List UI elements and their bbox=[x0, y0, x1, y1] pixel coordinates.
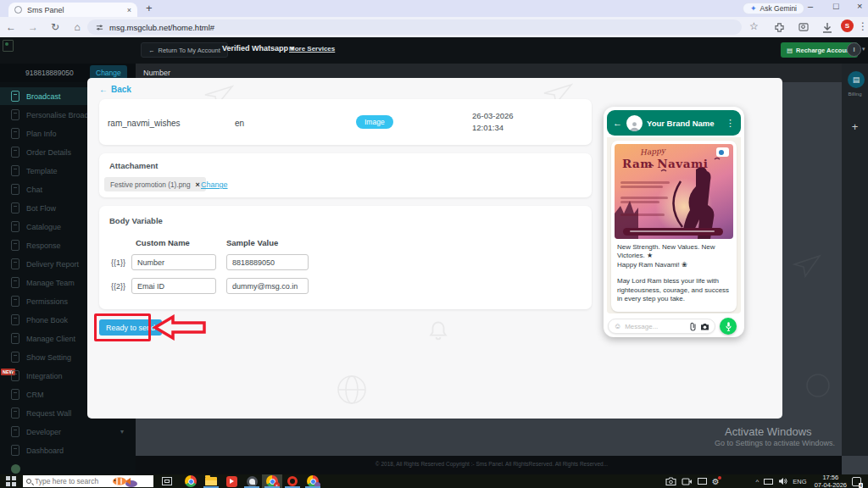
sidebar-item-label: Broadcast bbox=[26, 92, 61, 101]
sidebar-item-label: Response bbox=[26, 241, 61, 250]
volume-icon[interactable] bbox=[778, 477, 787, 485]
clock[interactable]: 17:56 07-04-2026 bbox=[815, 474, 847, 488]
verified-whatsapp-dropdown[interactable]: Verified Whatsapp ▾ bbox=[222, 44, 294, 53]
browser-menu-icon[interactable]: ⋮ bbox=[858, 20, 868, 32]
sidebar-item-developer[interactable]: Developer▾ bbox=[0, 423, 136, 441]
taskbar-file-explorer[interactable] bbox=[201, 474, 221, 488]
sidebar-item-dashboard[interactable]: Dashboard bbox=[0, 441, 136, 459]
tab-close-icon[interactable]: × bbox=[127, 6, 131, 14]
close-button[interactable]: × bbox=[857, 1, 862, 11]
bookmark-star-icon[interactable]: ☆ bbox=[749, 20, 759, 32]
search-icon bbox=[26, 479, 31, 484]
notification-icon[interactable]: 4 bbox=[852, 477, 861, 486]
download-icon[interactable] bbox=[822, 22, 832, 33]
tray-window-icon[interactable] bbox=[698, 478, 707, 485]
opera-icon bbox=[287, 476, 298, 486]
tray-camera-icon[interactable] bbox=[665, 477, 676, 485]
sidebar-item-partial[interactable] bbox=[0, 460, 136, 474]
browser-profile-avatar[interactable]: S bbox=[841, 19, 854, 32]
tray-expand-icon[interactable]: ^ bbox=[756, 478, 760, 485]
return-to-account-button[interactable]: ← Return To My Account bbox=[141, 42, 228, 58]
tray-video-icon[interactable] bbox=[682, 478, 693, 485]
billing-label: Billing bbox=[842, 92, 868, 97]
manage-team-icon bbox=[11, 277, 19, 288]
bot-flow-icon bbox=[11, 202, 19, 214]
template-row: ram_navmi_wishes en Image 26-03-2026 12:… bbox=[99, 99, 592, 145]
restore-button[interactable]: □ bbox=[833, 1, 839, 11]
search-input[interactable] bbox=[35, 477, 106, 485]
watermark-bell bbox=[428, 320, 448, 342]
account-chevron-icon[interactable]: ▾ bbox=[862, 46, 865, 53]
url-text[interactable]: msg.msgclub.net/home.html# bbox=[109, 23, 214, 32]
copyright-text: © 2018, All Rights Reserved Copyright :-… bbox=[254, 461, 729, 467]
change-attachment-link[interactable]: Change bbox=[201, 180, 228, 189]
poster-text-line bbox=[620, 197, 668, 199]
remove-attachment-icon[interactable]: × bbox=[196, 180, 200, 189]
forward-icon[interactable]: → bbox=[22, 21, 44, 33]
start-button[interactable] bbox=[6, 476, 16, 486]
taskbar-chrome-profile2[interactable] bbox=[303, 474, 323, 488]
taskbar-search[interactable] bbox=[23, 475, 153, 487]
template-language: en bbox=[235, 119, 244, 128]
brand-avatar bbox=[626, 115, 643, 131]
reload-icon[interactable]: ↻ bbox=[44, 21, 66, 33]
poster-contact-strip bbox=[623, 228, 723, 236]
emoji-icon[interactable]: ☺ bbox=[614, 322, 621, 330]
attach-icon[interactable] bbox=[689, 322, 697, 331]
watermark-circle bbox=[805, 373, 831, 398]
minimize-button[interactable]: – bbox=[808, 1, 813, 11]
column-custom-name: Custom Name bbox=[136, 238, 190, 247]
template-time: 12:01:34 bbox=[472, 122, 514, 134]
taskbar-paint-app[interactable] bbox=[242, 474, 262, 488]
personalise-broadcast-icon bbox=[11, 109, 19, 120]
screen-search-icon[interactable] bbox=[798, 23, 809, 32]
custom-name-input-2[interactable] bbox=[131, 278, 216, 294]
whatsapp-back-icon[interactable]: ← bbox=[613, 118, 622, 128]
taskbar-opera[interactable] bbox=[282, 474, 303, 488]
whatsapp-message-input[interactable]: ☺ Message... bbox=[608, 319, 715, 334]
tray-settings-icon[interactable]: ⚙ bbox=[712, 477, 720, 486]
template-icon bbox=[11, 165, 19, 176]
back-icon[interactable]: ← bbox=[0, 21, 22, 33]
billing-icon[interactable]: ▤ bbox=[848, 71, 865, 88]
ask-gemini-button[interactable]: ✦ Ask Gemini bbox=[743, 3, 804, 14]
annotation-arrow-left bbox=[153, 314, 207, 341]
back-link[interactable]: ← Back bbox=[99, 85, 131, 94]
site-settings-icon[interactable] bbox=[96, 24, 103, 31]
browser-tab[interactable]: Sms Panel × bbox=[8, 3, 137, 17]
address-bar[interactable]: msg.msgclub.net/home.html# bbox=[87, 19, 742, 35]
account-avatar[interactable]: I bbox=[847, 42, 861, 57]
taskbar-media-app[interactable] bbox=[221, 474, 242, 488]
new-tab-button[interactable]: + bbox=[146, 2, 153, 14]
sample-value-input-1[interactable] bbox=[226, 254, 309, 270]
language-indicator[interactable]: ENG bbox=[793, 478, 806, 485]
camera-icon[interactable] bbox=[700, 323, 709, 330]
catalogue-icon bbox=[11, 221, 19, 232]
poster-text-line bbox=[620, 181, 670, 184]
taskbar-chrome[interactable] bbox=[181, 474, 201, 488]
sidebar-item-label: Plan Info bbox=[26, 130, 57, 138]
message-line: New Strength. New Values. New Victories.… bbox=[617, 243, 731, 261]
chrome-icon bbox=[307, 475, 319, 487]
mic-button[interactable] bbox=[720, 318, 737, 335]
request-wall-icon bbox=[11, 408, 19, 419]
network-icon[interactable] bbox=[764, 479, 773, 485]
activate-windows-title: Activate Windows bbox=[725, 425, 812, 438]
response-icon bbox=[11, 240, 19, 251]
sample-value-input-2[interactable] bbox=[226, 278, 309, 294]
poster-text-line bbox=[620, 186, 663, 188]
whatsapp-chat-area: Happy Ram Navami New Strength. New Value… bbox=[607, 137, 741, 313]
extensions-icon[interactable] bbox=[775, 23, 784, 32]
sidebar-item-label: Manage Team bbox=[26, 279, 75, 287]
taskbar-chrome-active[interactable]: × bbox=[262, 474, 282, 488]
whatsapp-menu-icon[interactable]: ⋮ bbox=[726, 118, 735, 129]
variable-placeholder-2: {{2}} bbox=[111, 282, 125, 291]
custom-name-input-1[interactable] bbox=[131, 254, 216, 270]
task-view-icon[interactable] bbox=[162, 477, 172, 485]
show-setting-icon bbox=[11, 352, 19, 363]
sidebar-item-label: Order Details bbox=[26, 148, 71, 157]
home-icon[interactable]: ⌂ bbox=[66, 21, 88, 33]
add-icon[interactable]: + bbox=[842, 120, 868, 133]
sidebar-item-label: Phone Book bbox=[26, 316, 68, 324]
more-services-link[interactable]: More Services bbox=[289, 45, 335, 53]
